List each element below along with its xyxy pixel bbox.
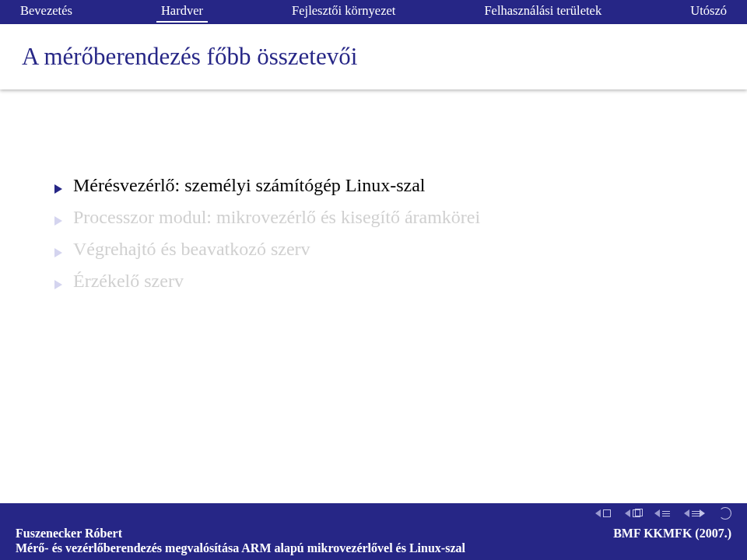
prev-slide-button[interactable] [595, 509, 611, 517]
bullet-item: Processzor modul: mikrovezérlő és kisegí… [54, 207, 693, 228]
back-forward-button[interactable] [719, 507, 731, 520]
nav-controls [0, 503, 747, 525]
bullet-text: Érzékelő szerv [73, 271, 184, 292]
nav-item-utoszo[interactable]: Utószó [686, 2, 731, 20]
footer: Fuszenecker Róbert BMF KKMFK (2007.) Mér… [0, 503, 747, 560]
frame-body: Mérésvezérlő: személyi számítógép Linux-… [0, 89, 747, 503]
next-slide-button[interactable] [625, 509, 640, 517]
bullet-text: Végrehajtó és beavatkozó szerv [73, 239, 310, 260]
slide: Bevezetés Hardver Fejlesztői környezet F… [0, 0, 747, 560]
nav-item-bevezetes[interactable]: Bevezetés [16, 2, 77, 20]
triangle-bullet-icon [54, 184, 62, 194]
triangle-bullet-icon [54, 280, 62, 289]
nav-item-hardver[interactable]: Hardver [156, 2, 208, 20]
section-nav: Bevezetés Hardver Fejlesztői környezet F… [0, 0, 747, 24]
footer-author: Fuszenecker Róbert [16, 527, 122, 541]
next-section-button[interactable] [684, 509, 705, 517]
bullet-item: Mérésvezérlő: személyi számítógép Linux-… [54, 175, 693, 196]
footer-institute: BMF KKMFK (2007.) [613, 527, 731, 541]
loop-icon [719, 507, 731, 520]
footer-subtitle: Mérő- és vezérlőberendezés megvalósítása… [0, 541, 747, 560]
nav-item-fejlesztoi[interactable]: Fejlesztői környezet [287, 2, 400, 20]
nav-item-felhasznalasi[interactable]: Felhasználási területek [479, 2, 606, 20]
bullet-item: Érzékelő szerv [54, 271, 693, 292]
bullet-text: Mérésvezérlő: személyi számítógép Linux-… [73, 175, 426, 196]
frame-title: A mérőberendezés főbb összetevői [0, 24, 747, 89]
footer-bar: Fuszenecker Róbert BMF KKMFK (2007.) [0, 525, 747, 541]
triangle-bullet-icon [54, 248, 62, 257]
bullet-item: Végrehajtó és beavatkozó szerv [54, 239, 693, 260]
triangle-bullet-icon [54, 216, 62, 226]
prev-section-button[interactable] [654, 509, 670, 517]
frame-title-text: A mérőberendezés főbb összetevői [22, 43, 357, 70]
bullet-text: Processzor modul: mikrovezérlő és kisegí… [73, 207, 480, 228]
